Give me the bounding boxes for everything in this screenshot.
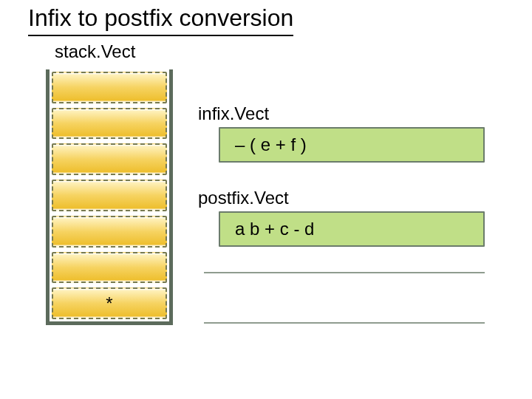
stack-cell-inner (52, 143, 167, 175)
stack-cell (50, 250, 169, 286)
stack-cell (50, 141, 169, 177)
slide-root: Infix to postfix conversion stack.Vect (0, 0, 532, 399)
stack-cell (50, 69, 169, 106)
stack-label: stack.Vect (55, 41, 135, 62)
stack-cell (50, 214, 169, 250)
stack-cell-text: * (106, 293, 112, 314)
divider-line (204, 322, 485, 324)
stack-cell-inner: * (52, 287, 167, 319)
stack-inner: * (50, 69, 169, 321)
infix-label: infix.Vect (198, 103, 269, 124)
divider-line (204, 272, 485, 273)
stack-cell-inner (52, 216, 167, 248)
stack-cell-inner (52, 72, 167, 103)
stack-cell (50, 177, 169, 214)
postfix-value: a b + c - d (235, 219, 314, 239)
stack-cell (50, 106, 169, 142)
slide-title: Infix to postfix conversion (28, 4, 293, 36)
infix-value: – ( e + f ) (235, 134, 307, 155)
stack-cell-inner (52, 252, 167, 284)
infix-box: – ( e + f ) (219, 127, 485, 163)
stack-cell-inner (52, 108, 167, 140)
stack-cell-inner (52, 180, 167, 211)
stack-cell: * (50, 285, 169, 321)
postfix-box: a b + c - d (219, 211, 485, 247)
postfix-label: postfix.Vect (198, 188, 289, 208)
